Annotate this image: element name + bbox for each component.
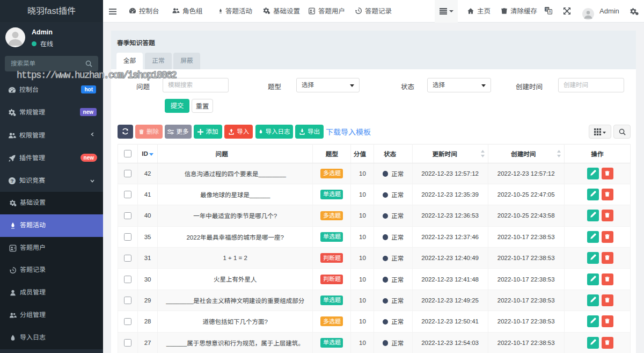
svg-text:?: ? xyxy=(11,178,14,184)
svg-text:A: A xyxy=(548,10,551,13)
svg-text:https://www.huzhan.com/ishop18: https://www.huzhan.com/ishop18862 xyxy=(17,70,177,81)
